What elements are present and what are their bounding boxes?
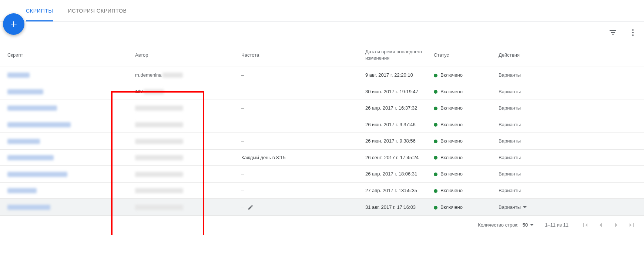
table-row[interactable]: –27 апр. 2017 г. 13:55:35ВключеноВариант… xyxy=(0,182,644,199)
header-freq[interactable]: Частота xyxy=(237,44,361,67)
actions-label: Варианты xyxy=(499,155,521,160)
cell-date: 27 апр. 2017 г. 13:55:35 xyxy=(361,182,429,199)
frequency-text: – xyxy=(241,105,244,111)
cell-frequency: – xyxy=(237,67,361,83)
table-row[interactable]: –26 апр. 2017 г. 16:37:32ВключеноВариант… xyxy=(0,100,644,116)
cell-author: adv xyxy=(120,83,237,100)
cell-author xyxy=(120,199,237,216)
cell-script xyxy=(0,133,120,150)
header-actions[interactable]: Действия xyxy=(494,44,644,67)
redacted-author xyxy=(135,155,183,160)
actions-menu[interactable]: Варианты xyxy=(499,188,521,193)
tab-scripts[interactable]: СКРИПТЫ xyxy=(19,0,61,21)
filter-button[interactable] xyxy=(606,25,620,40)
cell-date: 26 апр. 2017 г. 16:37:32 xyxy=(361,100,429,116)
cell-date: 26 сент. 2017 г. 17:45:24 xyxy=(361,149,429,166)
status-text: Включено xyxy=(440,122,463,127)
table-row[interactable]: Каждый день в 8:1526 сент. 2017 г. 17:45… xyxy=(0,149,644,166)
cell-date: 9 авг. 2017 г. 22:20:10 xyxy=(361,67,429,83)
status-text: Включено xyxy=(440,171,463,177)
rows-label: Количество строк: xyxy=(478,222,519,228)
status-dot-icon xyxy=(434,156,437,160)
cell-actions: Варианты xyxy=(494,83,644,100)
cell-actions: Варианты xyxy=(494,133,644,150)
cell-date: 26 июн. 2017 г. 9:37:46 xyxy=(361,116,429,133)
cell-script xyxy=(0,83,120,100)
svg-point-2 xyxy=(632,34,634,36)
table-row[interactable]: –26 июн. 2017 г. 9:37:46ВключеноВарианты xyxy=(0,116,644,133)
table-row[interactable]: adv–30 июн. 2017 г. 19:19:47ВключеноВари… xyxy=(0,83,644,100)
cell-script xyxy=(0,67,120,83)
cell-script xyxy=(0,100,120,116)
cell-date: 31 авг. 2017 г. 17:16:03 xyxy=(361,199,429,216)
status-dot-icon xyxy=(434,90,437,94)
frequency-text: Каждый день в 8:15 xyxy=(241,155,286,160)
actions-menu[interactable]: Варианты xyxy=(499,171,521,177)
cell-script xyxy=(0,149,120,166)
actions-menu[interactable]: Варианты xyxy=(499,204,527,210)
cell-author: m.demenina xyxy=(120,67,237,83)
cell-author xyxy=(120,116,237,133)
actions-label: Варианты xyxy=(499,138,521,144)
first-page-button[interactable] xyxy=(580,220,591,231)
redacted-author xyxy=(162,73,183,78)
cell-actions: Варианты xyxy=(494,182,644,199)
redacted-author xyxy=(144,89,164,94)
header-status[interactable]: Статус xyxy=(429,44,494,67)
cell-status: Включено xyxy=(429,182,494,199)
header-script[interactable]: Скрипт xyxy=(0,44,120,67)
actions-menu[interactable]: Варианты xyxy=(499,155,521,160)
actions-menu[interactable]: Варианты xyxy=(499,122,521,127)
rows-per-page-select[interactable]: 50 xyxy=(523,222,534,228)
add-script-button[interactable] xyxy=(3,13,24,35)
table-row[interactable]: –26 июн. 2017 г. 9:38:56ВключеноВарианты xyxy=(0,133,644,150)
chevron-down-icon xyxy=(530,224,534,226)
cell-author xyxy=(120,133,237,150)
tab-history-label: ИСТОРИЯ СКРИПТОВ xyxy=(68,8,127,14)
last-page-button[interactable] xyxy=(626,220,637,231)
tab-history[interactable]: ИСТОРИЯ СКРИПТОВ xyxy=(61,0,134,21)
chevron-down-icon xyxy=(523,206,527,208)
actions-label: Варианты xyxy=(499,72,521,78)
redacted-script-name xyxy=(7,139,40,144)
cell-frequency: – xyxy=(237,199,361,216)
author-text: m.demenina xyxy=(135,72,162,78)
redacted-script-name xyxy=(7,188,37,193)
actions-menu[interactable]: Варианты xyxy=(499,89,521,94)
redacted-script-name xyxy=(7,106,57,111)
status-dot-icon xyxy=(434,173,437,176)
actions-label: Варианты xyxy=(499,89,521,94)
actions-menu[interactable]: Варианты xyxy=(499,72,521,78)
next-page-button[interactable] xyxy=(611,220,622,231)
table-row[interactable]: –31 авг. 2017 г. 17:16:03ВключеноВариант… xyxy=(0,199,644,216)
status-dot-icon xyxy=(434,189,437,193)
redacted-script-name xyxy=(7,122,71,127)
cell-date: 26 апр. 2017 г. 18:06:31 xyxy=(361,166,429,183)
redacted-author xyxy=(135,139,183,144)
actions-label: Варианты xyxy=(499,122,521,127)
cell-status: Включено xyxy=(429,83,494,100)
header-date[interactable]: Дата и время последнего изменения xyxy=(361,44,429,67)
cell-actions: Варианты xyxy=(494,67,644,83)
status-text: Включено xyxy=(440,138,463,144)
more-menu-button[interactable] xyxy=(625,25,640,40)
actions-label: Варианты xyxy=(499,105,521,111)
table-row[interactable]: m.demenina–9 авг. 2017 г. 22:20:10Включе… xyxy=(0,67,644,83)
cell-script xyxy=(0,116,120,133)
table-row[interactable]: –26 апр. 2017 г. 18:06:31ВключеноВариант… xyxy=(0,166,644,183)
actions-menu[interactable]: Варианты xyxy=(499,138,521,144)
svg-point-0 xyxy=(632,29,634,31)
cell-frequency: – xyxy=(237,100,361,116)
pencil-icon[interactable] xyxy=(248,204,254,210)
status-dot-icon xyxy=(434,140,437,143)
cell-author xyxy=(120,100,237,116)
header-author[interactable]: Автор xyxy=(120,44,237,67)
status-dot-icon xyxy=(434,74,437,77)
cell-status: Включено xyxy=(429,149,494,166)
svg-point-1 xyxy=(632,32,634,33)
cell-frequency: – xyxy=(237,166,361,183)
prev-page-button[interactable] xyxy=(595,220,606,231)
actions-menu[interactable]: Варианты xyxy=(499,105,521,111)
first-page-icon xyxy=(581,221,590,230)
tabs: СКРИПТЫ ИСТОРИЯ СКРИПТОВ xyxy=(0,0,644,21)
